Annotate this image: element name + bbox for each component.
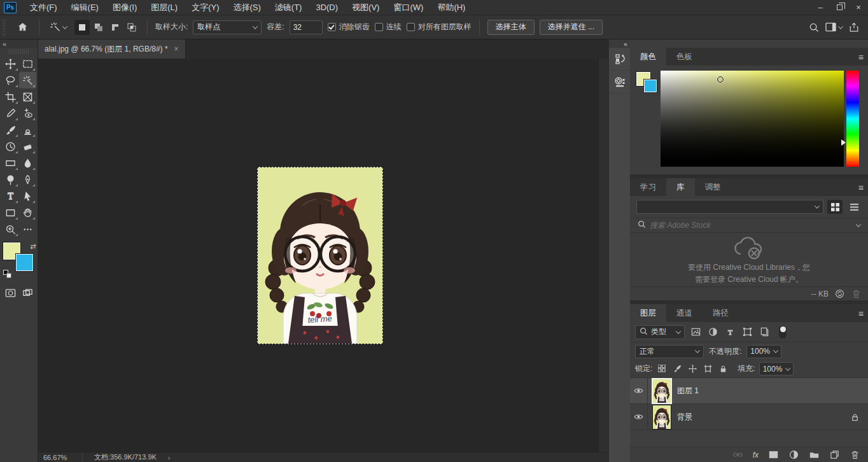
sample-all-layers-checkbox[interactable]: 对所有图层取样: [407, 22, 472, 32]
healing-red-eye-tool[interactable]: [19, 105, 36, 122]
blur-tool[interactable]: [19, 155, 36, 171]
select-subject-button[interactable]: 选择主体: [487, 20, 535, 35]
path-select-tool[interactable]: [19, 188, 36, 204]
adjustment-layer-icon[interactable]: [788, 449, 799, 461]
layer-row-background[interactable]: 背景: [630, 404, 868, 430]
minimize-icon[interactable]: –: [811, 0, 830, 15]
screen-mode-button[interactable]: [19, 284, 36, 301]
lock-artboard-icon[interactable]: [702, 363, 713, 375]
layer-name[interactable]: 图层 1: [677, 386, 699, 396]
default-colors-icon[interactable]: [3, 270, 11, 278]
home-icon[interactable]: [13, 19, 31, 36]
lock-all-icon[interactable]: [717, 363, 729, 375]
status-chevron-icon[interactable]: ›: [168, 454, 171, 461]
options-grip[interactable]: [3, 19, 6, 36]
tab-learn[interactable]: 学习: [630, 178, 666, 196]
hand-tool[interactable]: [19, 204, 36, 221]
contiguous-checkbox[interactable]: 连续: [375, 22, 402, 32]
filter-adjustment-layers-icon[interactable]: [706, 326, 719, 339]
menu-filter[interactable]: 滤镜(T): [268, 0, 309, 15]
canvas-pasteboard[interactable]: [38, 59, 608, 452]
menu-edit[interactable]: 编辑(E): [64, 0, 106, 15]
edit-toolbar-ellipsis-icon[interactable]: [19, 221, 36, 237]
magic-wand-tool[interactable]: [19, 72, 36, 88]
tab-channels[interactable]: 通道: [666, 304, 703, 322]
menu-layer[interactable]: 图层(L): [144, 0, 185, 15]
background-color-swatch[interactable]: [16, 254, 33, 271]
background-color-swatch[interactable]: [644, 80, 657, 92]
menu-select[interactable]: 选择(S): [226, 0, 267, 15]
library-select-dropdown[interactable]: [636, 200, 823, 214]
lock-transparency-icon[interactable]: [656, 363, 668, 375]
history-panel-icon[interactable]: [609, 48, 631, 71]
lasso-tool[interactable]: [2, 72, 19, 88]
filter-shape-layers-icon[interactable]: [741, 326, 753, 339]
layer-thumbnail[interactable]: [653, 379, 671, 403]
adobe-stock-search[interactable]: [630, 218, 868, 233]
menu-view[interactable]: 视图(V): [345, 0, 386, 15]
close-tab-icon[interactable]: ×: [174, 45, 179, 53]
frame-tool[interactable]: [19, 88, 36, 105]
vertical-scrollbar[interactable]: [598, 59, 608, 452]
layer-thumbnail[interactable]: [653, 405, 671, 429]
cc-sync-icon[interactable]: [834, 288, 845, 300]
tab-swatches[interactable]: 色板: [666, 48, 703, 66]
magic-wand-preset-icon[interactable]: [47, 19, 69, 36]
history-brush-tool[interactable]: [2, 138, 19, 155]
type-tool[interactable]: T: [2, 188, 19, 204]
delete-library-item-icon[interactable]: [850, 288, 862, 300]
hue-slider-arrow[interactable]: [841, 139, 846, 146]
hue-slider[interactable]: [846, 71, 859, 167]
layer-name[interactable]: 背景: [677, 412, 692, 423]
restore-icon[interactable]: [830, 0, 849, 15]
workspace-switcher-icon[interactable]: [823, 19, 845, 36]
fill-field[interactable]: 100%: [759, 362, 794, 375]
swap-colors-icon[interactable]: ⇄: [30, 242, 36, 251]
brush-tool[interactable]: [2, 122, 19, 138]
grid-view-button[interactable]: [827, 200, 843, 214]
share-icon[interactable]: [845, 19, 863, 36]
rectangle-tool[interactable]: [2, 204, 19, 221]
tab-adjustments[interactable]: 调整: [695, 178, 731, 196]
filter-toggle-switch[interactable]: [779, 326, 787, 339]
tab-library[interactable]: 库: [666, 178, 695, 196]
select-and-mask-button[interactable]: 选择并遮住 ...: [540, 20, 603, 35]
lock-pixels-icon[interactable]: [671, 363, 683, 375]
pen-tool[interactable]: [19, 171, 36, 188]
tab-color[interactable]: 颜色: [630, 48, 666, 66]
document-tab[interactable]: alal.jpg @ 66.7% (图层 1, RGB/8#) * ×: [38, 39, 186, 59]
anti-alias-checkbox[interactable]: 消除锯齿: [328, 22, 370, 32]
menu-type[interactable]: 文字(Y): [185, 0, 226, 15]
stock-search-input[interactable]: [650, 221, 853, 230]
new-selection-button[interactable]: [74, 20, 90, 35]
canvas-document[interactable]: [258, 167, 382, 344]
menu-help[interactable]: 帮助(H): [430, 0, 472, 15]
dodge-tool[interactable]: [2, 171, 19, 188]
properties-panel-icon[interactable]: [609, 71, 631, 94]
layer-effects-icon[interactable]: fx: [753, 451, 759, 459]
color-field[interactable]: [661, 71, 844, 167]
gradient-tool[interactable]: [2, 155, 19, 171]
clone-stamp-tool[interactable]: [19, 122, 36, 138]
close-icon[interactable]: ×: [849, 0, 868, 15]
new-layer-icon[interactable]: [829, 449, 840, 461]
quick-mask-button[interactable]: [2, 284, 19, 301]
panel-menu-icon[interactable]: ≡: [858, 183, 863, 193]
link-layers-icon[interactable]: [732, 449, 744, 461]
visibility-eye-icon[interactable]: [630, 404, 648, 430]
filter-smart-objects-icon[interactable]: [758, 326, 771, 339]
add-to-selection-button[interactable]: [91, 20, 106, 35]
new-group-icon[interactable]: [808, 449, 820, 461]
delete-layer-icon[interactable]: [849, 449, 860, 461]
panel-menu-icon[interactable]: ≡: [858, 52, 863, 62]
marquee-tool[interactable]: [19, 55, 36, 72]
menu-3d[interactable]: 3D(D): [309, 0, 345, 15]
tab-layers[interactable]: 图层: [630, 304, 666, 322]
menu-window[interactable]: 窗口(W): [386, 0, 430, 15]
filter-pixel-layers-icon[interactable]: [689, 326, 702, 339]
opacity-field[interactable]: 100%: [746, 345, 781, 358]
eraser-tool[interactable]: [19, 138, 36, 155]
dock-collapse-icon[interactable]: «: [609, 39, 630, 48]
menu-file[interactable]: 文件(F): [23, 0, 64, 15]
toolbar-collapse-icon[interactable]: «: [0, 39, 38, 48]
